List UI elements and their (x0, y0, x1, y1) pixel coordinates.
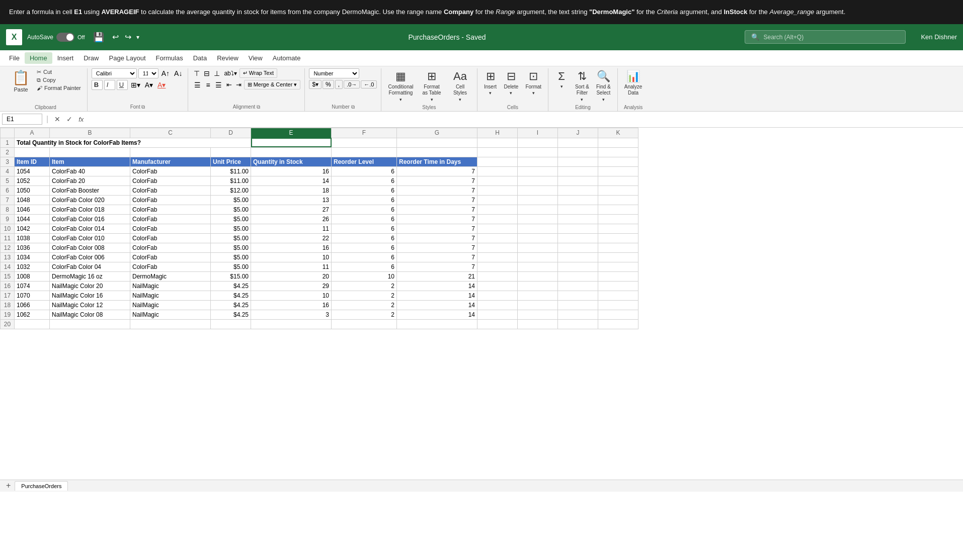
empty-cell[interactable] (477, 233, 518, 243)
empty-cell[interactable] (558, 262, 598, 271)
data-cell-C[interactable]: ColorFab (130, 176, 211, 185)
data-cell-B[interactable]: DermoMagic 16 oz (50, 271, 130, 281)
data-cell-A[interactable]: 1054 (15, 166, 50, 176)
data-cell-B[interactable]: ColorFab Color 018 (50, 205, 130, 214)
data-cell-A[interactable]: 1034 (15, 252, 50, 262)
data-cell-B[interactable]: NailMagic Color 12 (50, 300, 130, 310)
menu-data[interactable]: Data (188, 52, 212, 64)
data-cell-D[interactable]: $11.00 (211, 176, 251, 185)
empty-cell[interactable] (477, 262, 518, 271)
empty-cell[interactable] (332, 319, 397, 329)
data-cell-C[interactable]: ColorFab (130, 252, 211, 262)
empty-cell[interactable] (477, 176, 518, 185)
sum-button[interactable]: Σ ▾ (552, 68, 571, 90)
data-cell-F[interactable]: 6 (332, 176, 397, 185)
empty-cell[interactable] (558, 214, 598, 224)
increase-indent-button[interactable]: ⇥ (234, 80, 243, 89)
data-cell-D[interactable]: $5.00 (211, 252, 251, 262)
empty-cell[interactable] (332, 147, 397, 157)
find-select-button[interactable]: 🔍 Find &Select ▾ (594, 68, 613, 104)
data-cell-C[interactable]: ColorFab (130, 233, 211, 243)
empty-cell[interactable] (397, 138, 477, 147)
decrease-font-size-button[interactable]: A↓ (173, 69, 184, 78)
cancel-formula-button[interactable]: ✕ (52, 115, 62, 123)
data-cell-C[interactable]: ColorFab (130, 205, 211, 214)
data-cell-F[interactable]: 2 (332, 310, 397, 319)
col-header-D[interactable]: D (211, 128, 251, 138)
save-icon[interactable]: 💾 (93, 32, 104, 43)
empty-cell[interactable] (518, 233, 558, 243)
data-cell-F[interactable]: 6 (332, 185, 397, 195)
data-cell-E[interactable]: 27 (251, 205, 332, 214)
data-cell-A[interactable]: 1032 (15, 262, 50, 271)
col-header-A[interactable]: A (15, 128, 50, 138)
empty-cell[interactable] (558, 224, 598, 233)
alignment-launcher-icon[interactable]: ⧉ (257, 104, 260, 110)
format-button[interactable]: ⊡ Format ▾ (523, 68, 544, 97)
header-cell-C[interactable]: Manufacturer (130, 157, 211, 166)
empty-cell[interactable] (211, 319, 251, 329)
sheet-tab-purchase-orders[interactable]: PurchaseOrders (15, 481, 68, 491)
data-cell-A[interactable]: 1048 (15, 195, 50, 205)
empty-cell[interactable] (477, 281, 518, 291)
empty-cell[interactable] (598, 233, 638, 243)
data-cell-A[interactable]: 1008 (15, 271, 50, 281)
data-cell-C[interactable]: ColorFab (130, 262, 211, 271)
delete-button[interactable]: ⊟ Delete ▾ (502, 68, 521, 97)
empty-cell[interactable] (477, 205, 518, 214)
data-cell-D[interactable]: $5.00 (211, 224, 251, 233)
menu-review[interactable]: Review (212, 52, 244, 64)
empty-cell[interactable] (598, 243, 638, 252)
data-cell-G[interactable]: 7 (397, 233, 477, 243)
col-header-I[interactable]: I (518, 128, 558, 138)
empty-cell[interactable] (477, 195, 518, 205)
empty-cell[interactable] (518, 157, 558, 166)
empty-cell[interactable] (211, 147, 251, 157)
empty-cell[interactable] (598, 185, 638, 195)
data-cell-D[interactable]: $4.25 (211, 281, 251, 291)
data-cell-B[interactable]: NailMagic Color 08 (50, 310, 130, 319)
data-cell-F[interactable]: 6 (332, 262, 397, 271)
data-cell-D[interactable]: $15.00 (211, 271, 251, 281)
data-cell-F[interactable]: 6 (332, 205, 397, 214)
data-cell-C[interactable]: ColorFab (130, 224, 211, 233)
data-cell-G[interactable]: 14 (397, 291, 477, 300)
empty-cell[interactable] (15, 147, 50, 157)
empty-cell[interactable] (558, 319, 598, 329)
data-cell-C[interactable]: ColorFab (130, 185, 211, 195)
orientation-button[interactable]: ab⤵▾ (222, 69, 238, 78)
data-cell-G[interactable]: 21 (397, 271, 477, 281)
currency-button[interactable]: $▾ (309, 80, 322, 89)
align-left-button[interactable]: ☰ (192, 80, 203, 90)
cell-E1[interactable] (251, 138, 332, 147)
search-box[interactable]: 🔍 Search (Alt+Q) (745, 30, 906, 44)
empty-cell[interactable] (558, 205, 598, 214)
data-cell-G[interactable]: 7 (397, 185, 477, 195)
col-header-J[interactable]: J (558, 128, 598, 138)
font-size-select[interactable]: 11 (138, 68, 158, 78)
empty-cell[interactable] (598, 166, 638, 176)
paste-button[interactable]: 📋 Paste (8, 68, 34, 94)
align-top-button[interactable]: ⊤ (192, 68, 201, 78)
empty-cell[interactable] (598, 176, 638, 185)
header-cell-G[interactable]: Reorder Time in Days (397, 157, 477, 166)
fill-color-button[interactable]: A▾ (143, 80, 154, 89)
menu-formulas[interactable]: Formulas (151, 52, 188, 64)
data-cell-B[interactable]: ColorFab Booster (50, 185, 130, 195)
col-header-K[interactable]: K (598, 128, 638, 138)
wrap-text-button[interactable]: ↵ Wrap Text (239, 68, 277, 78)
menu-home[interactable]: Home (25, 52, 52, 64)
data-cell-F[interactable]: 6 (332, 252, 397, 262)
empty-cell[interactable] (518, 214, 558, 224)
empty-cell[interactable] (598, 300, 638, 310)
menu-file[interactable]: File (4, 52, 25, 64)
data-cell-A[interactable]: 1052 (15, 176, 50, 185)
header-cell-E[interactable]: Quantity in Stock (251, 157, 332, 166)
data-cell-D[interactable]: $12.00 (211, 185, 251, 195)
data-cell-G[interactable]: 7 (397, 252, 477, 262)
analyze-data-button[interactable]: 📊 AnalyzeData (622, 68, 645, 98)
data-cell-A[interactable]: 1050 (15, 185, 50, 195)
empty-cell[interactable] (558, 138, 598, 147)
menu-insert[interactable]: Insert (52, 52, 79, 64)
menu-page-layout[interactable]: Page Layout (104, 52, 151, 64)
